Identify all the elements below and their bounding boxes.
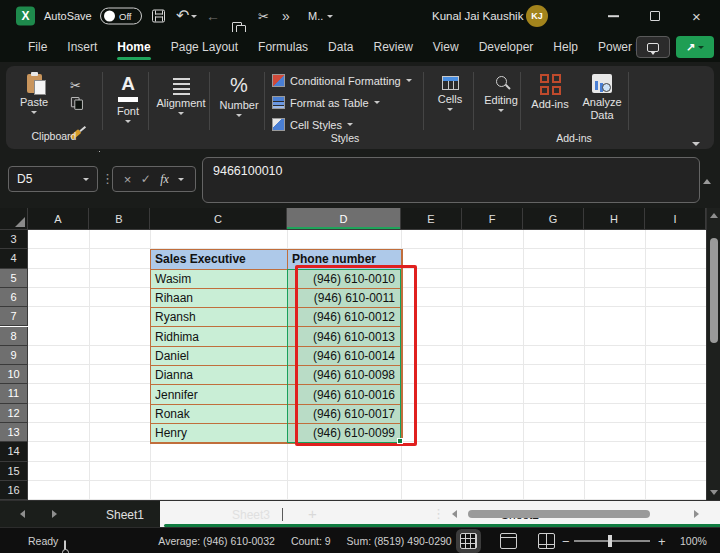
- addins-button[interactable]: Add-ins: [524, 74, 576, 110]
- vertical-scroll-thumb[interactable]: [710, 238, 718, 343]
- conditional-formatting-button[interactable]: Conditional Formatting: [272, 74, 412, 87]
- column-header-i[interactable]: I: [645, 208, 706, 230]
- redo-icon[interactable]: ←: [206, 9, 220, 23]
- normal-view-button[interactable]: [460, 533, 477, 549]
- row-header-6[interactable]: 6: [0, 288, 28, 307]
- comments-button[interactable]: [636, 36, 670, 58]
- row-header-15[interactable]: 15: [0, 462, 28, 481]
- row-header-7[interactable]: 7: [0, 307, 28, 326]
- tab-file[interactable]: File: [18, 34, 57, 60]
- insert-function-icon[interactable]: fx: [160, 172, 169, 187]
- add-sheet-button[interactable]: +: [308, 505, 317, 522]
- formula-bar-collapse-button[interactable]: [703, 170, 711, 188]
- ribbon-collapse-button[interactable]: [692, 132, 700, 150]
- hscroll-right-icon[interactable]: [694, 510, 699, 518]
- tab-home[interactable]: Home: [107, 34, 160, 60]
- account-name[interactable]: Kunal Jai Kaushik: [432, 10, 523, 22]
- tab-data[interactable]: Data: [318, 34, 363, 60]
- red-highlight-box[interactable]: [295, 265, 417, 446]
- cell-name-ronak[interactable]: Ronak: [151, 405, 288, 424]
- tab-formulas[interactable]: Formulas: [248, 34, 318, 60]
- cell-name-jennifer[interactable]: Jennifer: [151, 385, 288, 404]
- column-header-g[interactable]: G: [523, 208, 584, 230]
- tab-help[interactable]: Help: [543, 34, 588, 60]
- autosave-toggle[interactable]: Off: [100, 8, 142, 25]
- tab-insert[interactable]: Insert: [57, 34, 107, 60]
- fill-handle[interactable]: [397, 438, 403, 444]
- cancel-icon[interactable]: ×: [124, 172, 132, 187]
- column-header-f[interactable]: F: [462, 208, 523, 230]
- scroll-down-icon[interactable]: [710, 490, 718, 495]
- share-button[interactable]: ↗: [676, 36, 714, 58]
- cell-name-daniel[interactable]: Daniel: [151, 347, 288, 366]
- cut-button[interactable]: ✂: [70, 76, 81, 94]
- analyze-data-button[interactable]: Analyze Data: [576, 74, 628, 122]
- column-header-d[interactable]: D: [287, 208, 401, 230]
- column-header-a[interactable]: A: [28, 208, 89, 230]
- cell-name-henry[interactable]: Henry: [151, 424, 288, 443]
- sheet-tab-menu-icon[interactable]: ⋮: [432, 506, 445, 521]
- column-header-h[interactable]: H: [584, 208, 645, 230]
- zoom-in-button[interactable]: +: [658, 533, 666, 548]
- save-icon[interactable]: [152, 10, 165, 23]
- horizontal-scroll-thumb[interactable]: [468, 510, 650, 518]
- format-as-table-button[interactable]: Format as Table: [272, 96, 380, 109]
- zoom-out-button[interactable]: −: [562, 533, 570, 548]
- page-break-view-button[interactable]: [538, 533, 555, 549]
- cell-name-rihaan[interactable]: Rihaan: [151, 289, 288, 308]
- select-all-button[interactable]: [0, 208, 28, 230]
- cut-icon[interactable]: ✂: [258, 10, 269, 23]
- cell-name-ridhima[interactable]: Ridhima: [151, 327, 288, 346]
- paste-button[interactable]: Paste: [20, 74, 48, 114]
- sheet-tab-sheet1[interactable]: Sheet1: [92, 501, 158, 528]
- avatar[interactable]: KJ: [526, 5, 548, 27]
- maximize-button[interactable]: [650, 11, 660, 21]
- vertical-scrollbar[interactable]: [706, 208, 720, 500]
- tab-view[interactable]: View: [423, 34, 469, 60]
- hscroll-left-icon[interactable]: [452, 510, 457, 518]
- name-box[interactable]: D5: [8, 166, 98, 192]
- tab-review[interactable]: Review: [363, 34, 422, 60]
- tab-developer[interactable]: Developer: [469, 34, 544, 60]
- column-header-b[interactable]: B: [89, 208, 150, 230]
- row-header-10[interactable]: 10: [0, 365, 28, 384]
- cell-styles-button[interactable]: Cell Styles: [272, 118, 353, 131]
- undo-button[interactable]: ↶: [176, 9, 197, 23]
- cells-group-button[interactable]: Cells: [426, 76, 474, 111]
- excel-app-icon[interactable]: X: [16, 7, 35, 26]
- sheet-nav-right-icon[interactable]: [52, 510, 57, 518]
- row-header-13[interactable]: 13: [0, 423, 28, 442]
- alignment-group-button[interactable]: Alignment: [152, 78, 210, 115]
- row-header-14[interactable]: 14: [0, 442, 28, 461]
- font-group-button[interactable]: A Font: [106, 74, 150, 123]
- scroll-up-icon[interactable]: [710, 213, 718, 218]
- tab-page-layout[interactable]: Page Layout: [161, 34, 248, 60]
- zoom-level[interactable]: 100%: [680, 535, 707, 547]
- copy-button[interactable]: [71, 97, 82, 109]
- minimize-button[interactable]: [608, 15, 619, 17]
- row-header-16[interactable]: 16: [0, 481, 28, 500]
- row-header-3[interactable]: 3: [0, 230, 28, 249]
- row-header-11[interactable]: 11: [0, 384, 28, 403]
- close-button[interactable]: ×: [692, 9, 701, 24]
- page-layout-view-button[interactable]: [500, 533, 517, 549]
- formula-input[interactable]: 9466100010: [202, 157, 700, 203]
- zoom-slider-thumb[interactable]: [608, 535, 612, 547]
- row-header-9[interactable]: 9: [0, 346, 28, 365]
- zoom-slider-track[interactable]: [574, 540, 650, 542]
- column-header-e[interactable]: E: [401, 208, 462, 230]
- table-header-sales-executive[interactable]: Sales Executive: [151, 250, 288, 269]
- sheet-tab-sheet3[interactable]: Sheet3: [218, 501, 284, 528]
- cell-name-dianna[interactable]: Dianna: [151, 366, 288, 385]
- row-header-8[interactable]: 8: [0, 327, 28, 346]
- row-header-4[interactable]: 4: [0, 249, 28, 268]
- macro-record-icon[interactable]: [64, 540, 66, 553]
- cell-name-wasim[interactable]: Wasim: [151, 270, 288, 289]
- quick-access-menu[interactable]: M..: [308, 10, 333, 22]
- row-header-12[interactable]: 12: [0, 404, 28, 423]
- enter-icon[interactable]: ✓: [141, 172, 151, 186]
- number-group-button[interactable]: % Number: [213, 74, 265, 117]
- more-commands-icon[interactable]: »: [282, 9, 290, 23]
- row-header-5[interactable]: 5: [0, 269, 28, 288]
- sheet-nav-left-icon[interactable]: [20, 510, 25, 518]
